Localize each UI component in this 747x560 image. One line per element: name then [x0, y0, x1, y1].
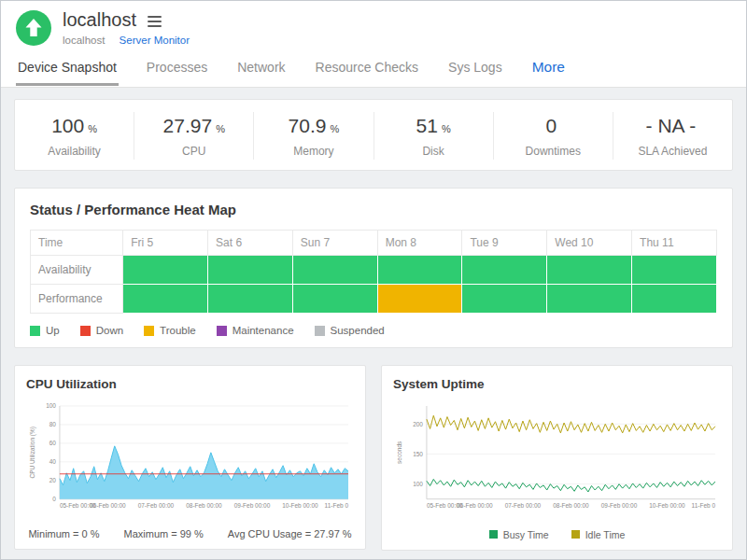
- stat-memory: 70.9% Memory: [254, 112, 374, 160]
- title-block: localhost localhost Server Monitor: [63, 9, 190, 46]
- cpu-chart-title: CPU Utilization: [26, 377, 354, 391]
- tab-resource-checks[interactable]: Resource Checks: [314, 51, 421, 86]
- heatmap-cell-up[interactable]: [547, 256, 632, 285]
- cpu-utilization-card: CPU Utilization 02040608010005-Feb 00:00…: [14, 365, 366, 550]
- heatmap-table: TimeFri 5Sat 6Sun 7Mon 8Tue 9Wed 10Thu 1…: [30, 230, 717, 314]
- y-tick-label: 80: [49, 421, 57, 427]
- legend-down: Down: [80, 325, 123, 336]
- heatmap-cell-up[interactable]: [632, 256, 717, 285]
- heatmap-column-header: Thu 11: [632, 231, 717, 256]
- y-tick-label: 150: [413, 451, 423, 457]
- heatmap-cell-up[interactable]: [208, 285, 293, 314]
- cpu-average: Avg CPU Usage = 27.97 %: [228, 528, 352, 539]
- stat-unit: %: [330, 123, 339, 134]
- heatmap-column-header: Sat 6: [208, 231, 293, 256]
- heatmap-title: Status / Performance Heat Map: [30, 202, 717, 217]
- heatmap-cell-up[interactable]: [208, 256, 293, 285]
- legend-swatch: [30, 326, 40, 336]
- cpu-utilization-chart: 02040608010005-Feb 00:0006-Feb 00:0007-F…: [26, 400, 354, 520]
- heatmap-card: Status / Performance Heat Map TimeFri 5S…: [14, 188, 733, 348]
- system-uptime-chart: 10015020005-Feb 00:0006-Feb 00:0007-Feb …: [393, 400, 721, 520]
- heatmap-column-header: Wed 10: [547, 231, 632, 256]
- stat-disk: 51% Disk: [374, 112, 494, 160]
- stat-sla: - NA - SLA Achieved: [613, 112, 732, 160]
- tab-device-snapshot[interactable]: Device Snapshot: [16, 51, 119, 86]
- stat-value: - NA -: [646, 115, 697, 136]
- stat-value: 0: [545, 115, 557, 136]
- y-axis-label: CPU Utilization (%): [29, 427, 36, 478]
- tab-more[interactable]: More: [530, 50, 567, 87]
- stat-unit: %: [216, 123, 225, 134]
- stat-label: Availability: [15, 145, 134, 158]
- legend-swatch: [489, 530, 498, 539]
- breadcrumb-host: localhost: [63, 35, 105, 46]
- heatmap-legend: UpDownTroubleMaintenanceSuspended: [30, 325, 717, 336]
- stat-unit: %: [88, 123, 97, 134]
- heatmap-row: Performance: [31, 285, 717, 314]
- x-tick-label: 11-Feb 0: [325, 502, 349, 509]
- stat-value: 70.9: [289, 115, 327, 136]
- stat-cpu: 27.97% CPU: [134, 112, 254, 160]
- menu-icon[interactable]: [148, 14, 162, 27]
- tab-network[interactable]: Network: [235, 51, 287, 86]
- heatmap-column-header: Fri 5: [123, 231, 208, 256]
- stat-unit: %: [442, 123, 451, 134]
- page-title: localhost: [63, 9, 136, 31]
- tab-sys-logs[interactable]: Sys Logs: [446, 51, 504, 86]
- legend-swatch: [315, 326, 325, 336]
- x-tick-label: 09-Feb 00:00: [601, 502, 638, 509]
- heatmap-column-header: Mon 8: [377, 231, 462, 256]
- x-tick-label: 06-Feb 00:00: [90, 502, 126, 509]
- x-tick-label: 10-Feb 00:00: [282, 502, 318, 509]
- heatmap-cell-up[interactable]: [547, 285, 632, 314]
- x-tick-label: 07-Feb 00:00: [505, 502, 542, 509]
- x-tick-label: 07-Feb 00:00: [138, 502, 175, 509]
- heatmap-column-header: Time: [31, 231, 123, 256]
- x-tick-label: 08-Feb 00:00: [553, 502, 589, 509]
- y-tick-label: 0: [52, 496, 56, 502]
- legend-swatch: [144, 326, 154, 336]
- legend-up: Up: [30, 325, 60, 336]
- app-window: localhost localhost Server Monitor Devic…: [0, 0, 747, 560]
- stat-label: Memory: [254, 145, 373, 158]
- cpu-minimum: Minimum = 0 %: [28, 528, 99, 539]
- heatmap-cell-up[interactable]: [377, 256, 462, 285]
- x-tick-label: 06-Feb 00:00: [457, 502, 493, 509]
- heatmap-cell-trouble[interactable]: [377, 285, 462, 314]
- heatmap-cell-up[interactable]: [462, 256, 547, 285]
- breadcrumb-server-monitor-link[interactable]: Server Monitor: [120, 35, 190, 46]
- summary-stats-card: 100% Availability 27.97% CPU 70.9% Memor…: [14, 99, 733, 171]
- charts-row: CPU Utilization 02040608010005-Feb 00:00…: [14, 365, 733, 551]
- y-tick-label: 200: [413, 421, 423, 427]
- stat-value: 51: [416, 115, 438, 136]
- tab-processes[interactable]: Processes: [145, 51, 209, 86]
- cpu-maximum: Maximum = 99 %: [124, 528, 204, 539]
- heatmap-row-label: Performance: [31, 285, 123, 314]
- stat-value: 27.97: [163, 115, 213, 136]
- heatmap-cell-up[interactable]: [123, 285, 208, 314]
- y-tick-label: 20: [49, 477, 57, 483]
- legend-swatch: [571, 530, 580, 539]
- heatmap-cell-up[interactable]: [292, 256, 377, 285]
- stat-value: 100: [51, 115, 84, 136]
- heatmap-cell-up[interactable]: [632, 285, 717, 314]
- x-tick-label: 11-Feb 0: [692, 502, 716, 509]
- legend-suspended: Suspended: [315, 325, 385, 336]
- header: localhost localhost Server Monitor: [1, 1, 746, 50]
- device-status-up-icon: [16, 10, 51, 46]
- system-uptime-card: System Uptime 10015020005-Feb 00:0006-Fe…: [381, 365, 733, 551]
- heatmap-cell-up[interactable]: [462, 285, 547, 314]
- heatmap-row: Availability: [31, 256, 717, 285]
- heatmap-row-label: Availability: [31, 256, 123, 285]
- line-series: [427, 479, 715, 492]
- stat-availability: 100% Availability: [15, 112, 134, 160]
- main-content: 100% Availability 27.97% CPU 70.9% Memor…: [1, 88, 746, 559]
- heatmap-cell-up[interactable]: [292, 285, 377, 314]
- heatmap-column-header: Tue 9: [462, 231, 547, 256]
- x-tick-label: 08-Feb 00:00: [186, 502, 222, 509]
- cpu-chart-stats: Minimum = 0 % Maximum = 99 % Avg CPU Usa…: [26, 528, 354, 539]
- heatmap-cell-up[interactable]: [123, 256, 208, 285]
- heatmap-header-row: TimeFri 5Sat 6Sun 7Mon 8Tue 9Wed 10Thu 1…: [31, 231, 717, 256]
- y-tick-label: 100: [413, 481, 423, 487]
- legend-maintenance: Maintenance: [217, 325, 294, 336]
